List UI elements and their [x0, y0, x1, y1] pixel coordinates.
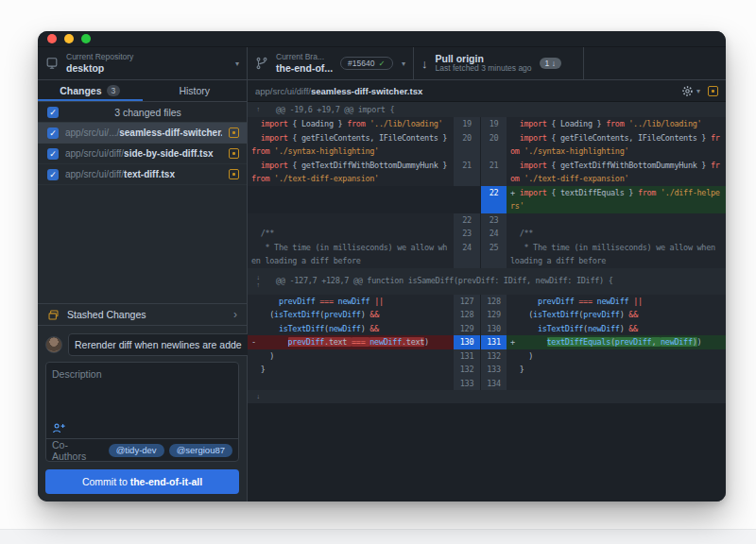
diff-left-cell[interactable]: /** — [248, 227, 454, 241]
diff-row[interactable]: - prevDiff.text === newDiff.text)130131+… — [248, 335, 726, 349]
diff-right-cell[interactable]: prevDiff === newDiff || — [507, 295, 726, 309]
diff-row[interactable]: (isTextDiff(prevDiff) &&128129 (isTextDi… — [248, 308, 726, 322]
diff-left-cell[interactable] — [248, 186, 454, 213]
new-line-number[interactable]: 129 — [480, 308, 507, 322]
diff-right-cell[interactable]: /** — [507, 227, 726, 241]
old-line-number[interactable]: 19 — [454, 117, 480, 131]
diff-right-cell[interactable]: import { Loading } from '../lib/loading' — [507, 117, 726, 131]
pull-origin-button[interactable]: ↓ Pull origin Last fetched 3 minutes ago… — [414, 47, 584, 79]
diff-row[interactable]: }132133 } — [248, 363, 726, 377]
old-line-number[interactable]: 130 — [454, 335, 480, 349]
new-line-number[interactable]: 19 — [480, 117, 507, 131]
diff-left-cell[interactable] — [248, 213, 454, 228]
title-bar — [38, 31, 726, 47]
old-line-number[interactable]: 128 — [454, 308, 480, 322]
new-line-number[interactable]: 20 — [480, 131, 507, 159]
commit-summary-input[interactable]: Rerender diff when newlines are adde — [68, 333, 263, 356]
add-coauthor-icon[interactable] — [52, 422, 66, 434]
diff-row[interactable]: 22+ import { textDiffEquals } from './di… — [248, 186, 726, 213]
new-line-number[interactable]: 131 — [480, 335, 507, 349]
diff-left-cell[interactable]: (isTextDiff(prevDiff) && — [248, 308, 454, 322]
diff-left-cell[interactable]: } — [248, 363, 454, 377]
commit-button-branch: the-end-of-it-all — [130, 476, 202, 487]
file-include-checkbox[interactable]: ✓ — [47, 148, 59, 160]
commit-button[interactable]: Commit to the-end-of-it-all — [45, 469, 239, 494]
select-all-checkbox[interactable]: ✓ — [47, 107, 59, 118]
close-window-button[interactable] — [47, 34, 57, 43]
old-line-number[interactable]: 23 — [454, 227, 480, 241]
commit-description-input[interactable]: Description — [46, 363, 238, 417]
diff-row[interactable]: import { getFileContents, IFileContents … — [248, 131, 726, 159]
new-line-number[interactable]: 134 — [480, 377, 507, 391]
tab-changes[interactable]: Changes 3 — [38, 80, 143, 101]
current-branch-button[interactable]: Current Bra... the-end-of... #15640 ✓ ▾ — [248, 47, 414, 79]
diff-row[interactable]: 2223 — [248, 213, 726, 228]
diff-right-cell[interactable]: import { getFileContents, IFileContents … — [507, 131, 726, 159]
diff-right-cell[interactable]: + import { textDiffEquals } from './diff… — [507, 186, 726, 213]
diff-left-cell[interactable]: ) — [248, 349, 454, 364]
diff-right-cell[interactable]: * The time (in milliseconds) we allow wh… — [507, 241, 726, 268]
new-line-number[interactable]: 23 — [480, 213, 507, 228]
diff-left-cell[interactable]: - prevDiff.text === newDiff.text) — [248, 335, 454, 349]
old-line-number[interactable]: 132 — [454, 363, 480, 377]
new-line-number[interactable]: 25 — [480, 241, 507, 268]
diff-right-cell[interactable]: (isTextDiff(prevDiff) && — [507, 308, 726, 322]
file-row[interactable]: ✓app/src/ui/diff/side-by-side-diff.tsx — [38, 144, 247, 164]
file-row[interactable]: ✓app/src/ui/diff/text-diff.tsx — [38, 164, 247, 185]
diff-left-cell[interactable]: import { Loading } from '../lib/loading' — [248, 117, 454, 131]
old-line-number[interactable]: 24 — [454, 241, 480, 268]
expand-up-icon[interactable]: ↑ — [256, 281, 259, 289]
diff-row[interactable]: import { Loading } from '../lib/loading'… — [248, 117, 726, 131]
diff-right-cell[interactable]: isTextDiff(newDiff) && — [507, 322, 726, 336]
diff-row[interactable]: prevDiff === newDiff ||127128 prevDiff =… — [248, 295, 726, 309]
diff-row[interactable]: /**2324 /** — [248, 227, 726, 241]
expand-down-icon[interactable]: ↓ — [256, 393, 259, 400]
diff-left-cell[interactable] — [248, 377, 454, 391]
diff-row[interactable]: * The time (in milliseconds) we allow wh… — [248, 241, 726, 268]
zoom-window-button[interactable] — [81, 34, 91, 43]
diff-right-cell[interactable]: ) — [507, 349, 726, 364]
diff-options-button[interactable]: ▾ — [681, 85, 700, 97]
current-repository-button[interactable]: Current Repository desktop ▾ — [38, 47, 248, 79]
diff-row[interactable]: import { getTextDiffWithBottomDummyHunk … — [248, 159, 726, 186]
diff-left-cell[interactable]: import { getFileContents, IFileContents … — [248, 131, 454, 159]
old-line-number[interactable]: 133 — [454, 377, 480, 391]
new-line-number[interactable]: 21 — [480, 159, 507, 186]
diff-right-cell[interactable]: } — [507, 363, 726, 377]
file-include-checkbox[interactable]: ✓ — [47, 128, 59, 139]
coauthor-pill[interactable]: @sergiou87 — [169, 444, 232, 457]
diff-left-cell[interactable]: import { getTextDiffWithBottomDummyHunk … — [248, 159, 454, 186]
stashed-changes-row[interactable]: Stashed Changes › — [38, 303, 247, 326]
old-line-number[interactable]: 131 — [454, 349, 480, 364]
diff-row[interactable]: isTextDiff(newDiff) &&129130 isTextDiff(… — [248, 322, 726, 336]
file-include-checkbox[interactable]: ✓ — [47, 169, 59, 180]
diff-right-cell[interactable] — [507, 377, 726, 391]
old-line-number[interactable]: 129 — [454, 322, 480, 336]
new-line-number[interactable]: 128 — [480, 295, 507, 309]
new-line-number[interactable]: 24 — [480, 227, 507, 241]
diff-left-cell[interactable]: isTextDiff(newDiff) && — [248, 322, 454, 336]
coauthor-pill[interactable]: @tidy-dev — [109, 444, 164, 457]
diff-right-cell[interactable]: import { getTextDiffWithBottomDummyHunk … — [507, 159, 726, 186]
new-line-number[interactable]: 130 — [480, 322, 507, 336]
diff-right-cell[interactable]: + textDiffEquals(prevDiff, newDiff)) — [507, 335, 726, 349]
old-line-number[interactable] — [454, 186, 480, 213]
new-line-number[interactable]: 22 — [480, 186, 507, 213]
tab-history[interactable]: History — [143, 80, 248, 101]
minimize-window-button[interactable] — [64, 34, 74, 43]
old-line-number[interactable]: 20 — [454, 131, 480, 159]
new-line-number[interactable]: 133 — [480, 363, 507, 377]
file-row[interactable]: ✓app/src/ui/.../seamless-diff-switcher.t… — [38, 123, 247, 144]
old-line-number[interactable]: 22 — [454, 213, 480, 228]
old-line-number[interactable]: 21 — [454, 159, 480, 186]
expand-up-icon[interactable]: ↑ — [256, 106, 259, 113]
diff-left-cell[interactable]: prevDiff === newDiff || — [248, 295, 454, 309]
diff-left-cell[interactable]: * The time (in milliseconds) we allow wh… — [248, 241, 454, 268]
diff-row[interactable]: )131132 ) — [248, 349, 726, 364]
diff-row[interactable]: 133134 — [248, 377, 726, 391]
old-line-number[interactable]: 127 — [454, 295, 480, 309]
pr-number-badge[interactable]: #15640 ✓ — [340, 57, 393, 70]
new-line-number[interactable]: 132 — [480, 349, 507, 364]
diff-right-cell[interactable] — [507, 213, 726, 228]
expand-down-icon[interactable]: ↓ — [256, 274, 259, 281]
